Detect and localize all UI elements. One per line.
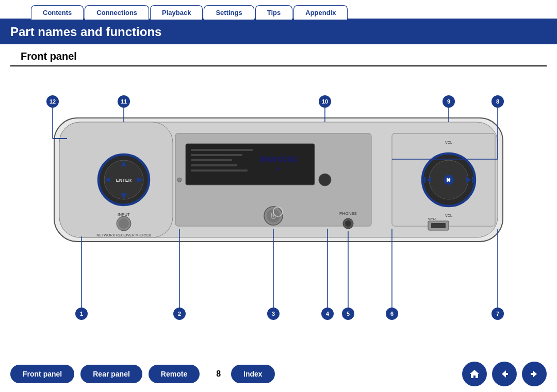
forward-button[interactable] [522,362,547,386]
svg-text:10: 10 [322,98,328,105]
back-button[interactable] [492,362,517,386]
svg-text:3: 3 [272,311,275,317]
svg-marker-90 [502,370,508,378]
back-arrow-icon [499,368,510,380]
rear-panel-button[interactable]: Rear panel [80,365,142,383]
svg-rect-18 [191,154,242,156]
svg-point-48 [345,220,351,227]
svg-text:4: 4 [326,311,330,317]
home-button[interactable] [462,362,487,386]
nav-tabs: Contents Connections Playback Settings T… [0,0,557,20]
svg-rect-38 [424,177,425,183]
front-panel-button[interactable]: Front panel [10,365,74,383]
svg-text:2: 2 [178,311,181,317]
svg-marker-91 [531,370,537,378]
page-number: 8 [216,369,221,379]
tab-tips[interactable]: Tips [255,5,293,20]
nav-icons [462,362,547,386]
svg-text:8: 8 [496,98,499,105]
svg-point-22 [177,178,182,182]
svg-text:✳: ✳ [276,165,281,173]
front-panel-svg: ENTER INPUT NETWORK RECEIVER M-CR510 ⏻ [15,72,542,334]
svg-text:6: 6 [390,311,394,317]
index-button[interactable]: Index [231,365,275,383]
svg-rect-21 [191,169,248,172]
svg-rect-20 [191,164,237,166]
svg-text:5: 5 [347,311,350,317]
tab-settings[interactable]: Settings [204,5,254,20]
diagram-area: ENTER INPUT NETWORK RECEIVER M-CR510 ⏻ [0,66,557,339]
svg-text:9: 9 [447,98,450,105]
svg-text:11: 11 [121,98,127,105]
remote-button[interactable]: Remote [149,365,200,383]
svg-rect-17 [191,149,253,151]
page-title: Part names and functions [10,25,547,39]
svg-point-13 [119,218,129,229]
svg-text:VOL: VOL [445,214,452,217]
page-title-bar: Part names and functions [0,20,557,44]
svg-marker-89 [470,370,479,378]
svg-text:7: 7 [496,311,499,317]
svg-rect-35 [447,178,448,182]
svg-text:12: 12 [50,98,56,105]
svg-rect-44 [431,223,446,228]
svg-rect-40 [472,177,473,183]
svg-text:VOL: VOL [445,141,452,144]
svg-text:5V/1A: 5V/1A [428,217,436,220]
tab-contents[interactable]: Contents [31,5,84,20]
svg-rect-19 [191,159,232,161]
svg-text:⏻: ⏻ [271,214,276,219]
home-icon [469,368,480,380]
section-title: Front panel [10,44,547,66]
bottom-nav: Front panel Rear panel Remote 8 Index [0,356,557,392]
svg-text:ENTER: ENTER [116,178,132,183]
tab-appendix[interactable]: Appendix [293,5,348,20]
forward-arrow-icon [529,368,540,380]
svg-rect-36 [449,178,450,182]
svg-point-26 [319,174,331,186]
svg-text:marantz: marantz [259,151,298,164]
tab-connections[interactable]: Connections [85,5,149,20]
tab-playback[interactable]: Playback [150,5,203,20]
svg-text:NETWORK RECEIVER M-CR510: NETWORK RECEIVER M-CR510 [96,233,151,237]
svg-text:1: 1 [80,311,83,317]
svg-text:PHONES: PHONES [339,211,357,216]
